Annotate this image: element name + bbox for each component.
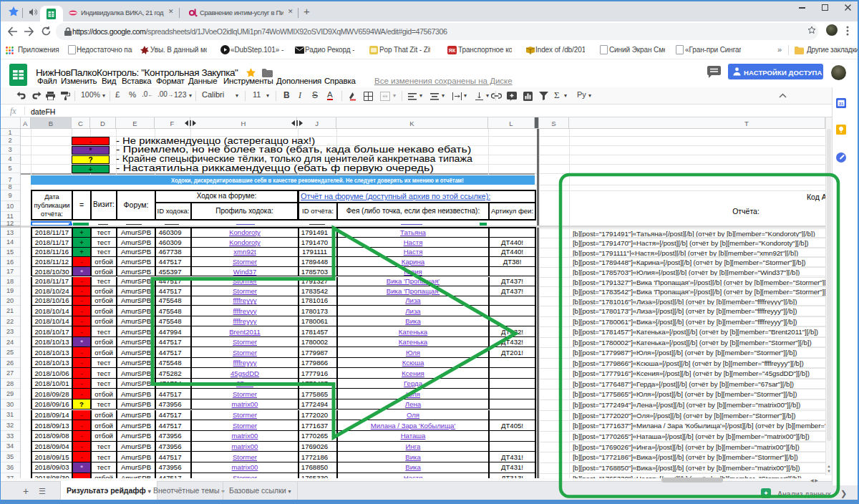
svg-text:31: 31	[839, 102, 844, 106]
svg-text:ЯК: ЯК	[449, 48, 456, 53]
